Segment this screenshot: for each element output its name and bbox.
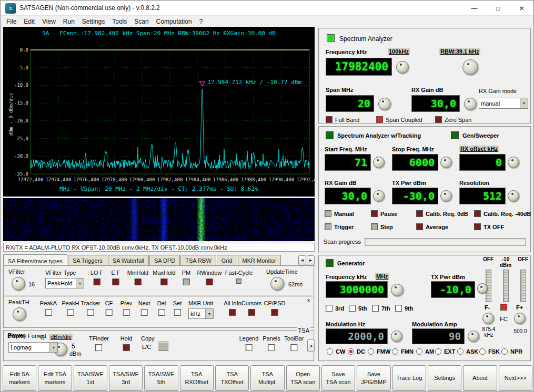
minimize-button[interactable]: — — [462, 1, 486, 16]
menu-item-tools[interactable]: Tools — [108, 17, 130, 26]
tab-sa-triggers[interactable]: SA Triggers — [68, 255, 107, 266]
panel-close-button[interactable]: x — [307, 297, 310, 303]
gen-freq-unit-label[interactable]: MHz — [375, 273, 389, 280]
menu-item-view[interactable]: View — [38, 17, 59, 26]
gen-freq-knob[interactable] — [391, 284, 404, 296]
checkbox-minhold[interactable] — [134, 278, 141, 285]
tab-sa-filters-trace-types[interactable]: SA Filters/trace types — [3, 254, 67, 266]
sa-frequency-step-label[interactable]: 100kHz — [388, 48, 410, 55]
checkbox-rwindow[interactable] — [206, 278, 213, 285]
update-time-knob[interactable] — [270, 277, 284, 291]
close-button[interactable]: ✕ — [510, 1, 533, 16]
copy-lc-button[interactable] — [158, 342, 168, 351]
checkbox-fast-cycle[interactable] — [236, 278, 241, 284]
tx-meter-bar[interactable] — [503, 270, 509, 302]
sa-gain-mode-select[interactable]: manual▼ — [479, 98, 528, 109]
checkbox-calib-req-0db[interactable] — [416, 210, 423, 217]
radio-ask[interactable] — [457, 348, 464, 355]
menu-item-edit[interactable]: Edit — [20, 17, 38, 26]
checkbox-step[interactable] — [371, 223, 378, 230]
rx-offset-knob[interactable] — [508, 157, 519, 168]
radio-cw[interactable] — [327, 348, 333, 355]
tab-scroll-left-icon[interactable]: ◄ — [298, 255, 306, 265]
button-tsa-multipl[interactable]: TSA Multipl. — [250, 365, 284, 391]
radio-dc[interactable] — [348, 348, 354, 355]
checkbox-e-f[interactable] — [113, 278, 119, 285]
resolution-knob[interactable] — [508, 190, 519, 202]
button-edit-tsa-markers[interactable]: Edit TSA markers — [38, 365, 72, 391]
button-trace-log[interactable]: Trace Log — [392, 365, 426, 391]
menu-item-[interactable]: ? — [196, 17, 207, 26]
menu-item-run[interactable]: Run — [59, 17, 78, 26]
radio-fmn[interactable] — [392, 348, 398, 355]
radio-am[interactable] — [416, 348, 422, 355]
checkbox-set[interactable] — [174, 309, 180, 316]
spectrum-display[interactable]: SA - FCent.:17.982.400 kHz Span:20 MHz R… — [3, 27, 315, 197]
mkr-unit-select[interactable]: kHz▼ — [188, 308, 214, 319]
tx-meter-bar[interactable] — [520, 270, 526, 302]
checkbox-7th[interactable] — [372, 305, 379, 312]
button-save-tsa-scan[interactable]: Save TSA scan — [321, 365, 355, 391]
sa-frequency-knob[interactable] — [396, 61, 409, 74]
radio-ext[interactable] — [435, 348, 441, 355]
checkbox-average[interactable] — [416, 223, 423, 230]
maximize-button[interactable]: □ — [486, 1, 510, 16]
tab-tsa-rbw[interactable]: TSA RBW — [180, 255, 216, 266]
display-format-select[interactable]: Logmag▼ — [8, 342, 58, 353]
checkbox-cf[interactable] — [105, 309, 112, 316]
checkbox-legend[interactable] — [246, 344, 253, 351]
button-open-tsa-scan[interactable]: Open TSA scan — [286, 365, 320, 391]
gen-sweeper-led[interactable] — [451, 131, 459, 139]
checkbox-manual[interactable] — [325, 210, 331, 217]
checkbox-del[interactable] — [158, 309, 165, 316]
sa-enable-led[interactable] — [327, 34, 335, 42]
gen-pwr-knob[interactable] — [477, 283, 488, 294]
generator-enable-led[interactable] — [326, 259, 334, 267]
checkbox-prev[interactable] — [123, 309, 130, 316]
checkbox-5th[interactable] — [349, 305, 356, 312]
button-save-jpg-bmp[interactable]: Save JPG/BMP — [357, 365, 390, 391]
sa-rbw-label[interactable]: RBW:39.1 kHz — [439, 48, 480, 55]
button-tsa-swe-5th[interactable]: TSA/SWE 5th — [144, 365, 178, 391]
button-tsa-txoffset[interactable]: TSA TXOffset — [215, 365, 249, 391]
tsa-gain-knob[interactable] — [373, 190, 385, 202]
checkbox-zero-span[interactable] — [435, 116, 442, 123]
vfilter-type-select[interactable]: PeakHold▼ — [45, 278, 84, 288]
radio-npr[interactable] — [501, 348, 508, 355]
checkbox-cursors[interactable] — [248, 309, 255, 316]
dbm-div-label[interactable]: dBm/div — [49, 334, 73, 340]
checkbox-cp-psd[interactable] — [271, 309, 278, 316]
checkbox-fc[interactable] — [500, 304, 507, 311]
sa-gain-knob[interactable] — [464, 98, 477, 110]
button-tsa-swe-3rd[interactable]: TSA/SWE 3rd — [109, 365, 143, 391]
tab-sa-dpd[interactable]: SA DPD — [149, 255, 180, 266]
tsa-pwr-knob[interactable] — [440, 190, 452, 202]
tab-grid[interactable]: Grid — [217, 255, 237, 266]
button-next[interactable]: Next>>> — [499, 365, 532, 391]
menu-item-file[interactable]: File — [3, 17, 20, 26]
checkbox-peakh[interactable] — [67, 309, 74, 316]
checkbox-maxhold[interactable] — [161, 278, 168, 285]
sa-rbw-knob[interactable] — [462, 59, 478, 75]
radio-fsk[interactable] — [479, 348, 486, 355]
radio-fmw[interactable] — [368, 348, 374, 355]
button-tsa-swe-1st[interactable]: TSA/SWE 1st — [74, 365, 107, 391]
menu-item-computation[interactable]: Computation — [153, 17, 196, 26]
tab-sa-waterfall[interactable]: SA Waterfall — [108, 255, 149, 266]
checkbox-peaka[interactable] — [45, 309, 52, 316]
checkbox-tracker[interactable] — [87, 309, 94, 316]
marker-icon[interactable] — [199, 81, 205, 86]
checkbox-all-info[interactable] — [229, 309, 236, 316]
checkbox-next[interactable] — [141, 309, 148, 316]
more-panels-button[interactable]: > — [307, 339, 315, 352]
checkbox-tx-off[interactable] — [474, 223, 481, 230]
menu-item-scan[interactable]: Scan — [130, 17, 152, 26]
spectrum-plot[interactable] — [3, 27, 315, 197]
sa-span-knob[interactable] — [378, 98, 391, 110]
checkbox-pm[interactable] — [183, 278, 190, 285]
start-freq-knob[interactable] — [373, 157, 385, 168]
checkbox-pause[interactable] — [371, 210, 378, 217]
f-minus-knob[interactable] — [482, 313, 494, 324]
checkbox-trigger[interactable] — [325, 223, 331, 230]
mod-hz-knob[interactable] — [391, 331, 402, 342]
